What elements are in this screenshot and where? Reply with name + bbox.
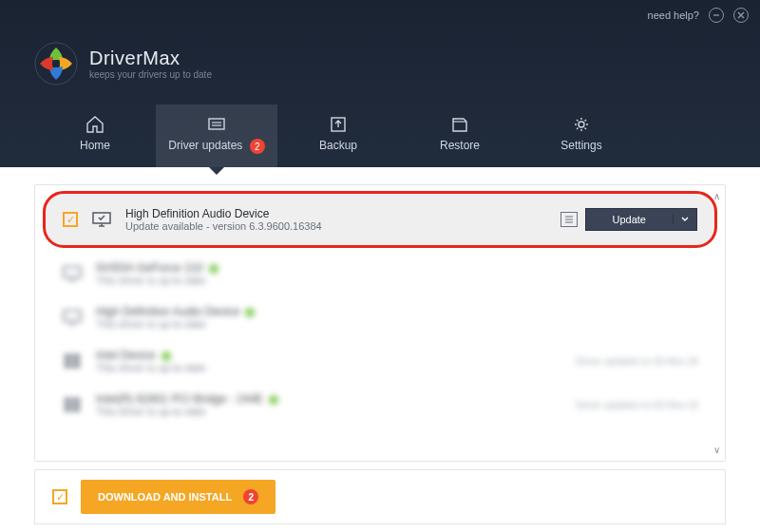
driver-title: Intel(R) 82801 PCI Bridge - 244E [96,392,263,406]
driver-title: NVIDIA GeForce 210 [96,261,203,275]
updates-icon [207,116,226,133]
driver-subtitle: This driver is up-to-date [96,275,698,286]
scroll-down-arrow[interactable]: ∨ [713,445,720,455]
backup-icon [329,116,348,133]
svg-rect-23 [73,398,80,404]
driver-title: High Definition Audio Device [96,305,239,318]
update-note: Driver updated on 03-Nov-16 [576,400,698,410]
tab-settings[interactable]: Settings [521,104,642,167]
svg-rect-22 [65,398,71,404]
install-badge: 2 [243,489,258,504]
svg-rect-21 [73,362,80,368]
help-link[interactable]: need help? [648,10,699,21]
close-icon [737,11,745,19]
scroll-up-arrow[interactable]: ∧ [713,191,720,201]
svg-rect-4 [209,119,224,129]
restore-icon [450,116,469,133]
driver-subtitle: This driver is up-to-date [96,318,698,330]
install-button-label: DOWNLOAD AND INSTALL [98,491,232,503]
nav-tabs: Home Driver updates 2 Backup Restore Set… [0,104,760,167]
tab-restore[interactable]: Restore [399,104,521,167]
update-note: Driver updated on 03-Nov-16 [576,356,698,367]
driver-list-panel: ✓ High Definition Audio Device Update av… [34,184,726,462]
svg-rect-18 [65,354,71,360]
monitor-icon [62,265,83,282]
driver-row[interactable]: Intel Device This driver is up-to-date D… [35,339,725,383]
header-area: need help? DriverMax keeps your drivers … [0,0,760,167]
tab-driver-updates[interactable]: Driver updates 2 [156,104,277,167]
svg-rect-16 [64,311,81,321]
app-name: DriverMax [89,48,212,69]
svg-rect-14 [64,267,81,277]
home-icon [86,116,104,133]
settings-icon [572,116,591,133]
svg-rect-25 [73,406,80,411]
status-ok-dot [162,352,171,361]
tab-label: Settings [560,139,601,152]
monitor-icon [62,309,83,326]
scrollbar[interactable]: ∧ ∨ [710,191,723,455]
driver-row[interactable]: Intel(R) 82801 PCI Bridge - 244E This dr… [35,383,725,427]
status-ok-dot [209,264,218,274]
minimize-button[interactable] [709,8,724,23]
tab-label: Driver updates [168,139,242,152]
titlebar: need help? [0,0,760,30]
driver-row-highlighted[interactable]: ✓ High Definition Audio Device Update av… [43,191,717,248]
copyright-bar: © 2017 DriverMax PRO version 9.17 f g⁺ [0,524,760,532]
app-logo [34,42,78,86]
minimize-icon [712,11,720,19]
tab-label: Restore [440,139,480,152]
checkbox-checked[interactable]: ✓ [63,212,78,227]
update-dropdown-caret[interactable] [673,215,696,224]
tab-backup[interactable]: Backup [277,104,399,167]
update-button[interactable]: Update [585,208,697,231]
tab-label: Home [80,139,110,152]
logo-icon [34,42,78,86]
status-ok-dot [245,308,255,317]
chevron-down-icon [681,217,689,222]
driver-subtitle: This driver is up-to-date [96,406,562,417]
info-icon[interactable] [560,212,578,227]
footer-bar: ✓ DOWNLOAD AND INSTALL 2 [34,469,726,524]
brand-block: DriverMax keeps your drivers up to date [0,30,760,104]
svg-rect-20 [65,362,71,368]
monitor-icon [91,211,112,228]
close-button[interactable] [733,8,749,23]
updates-badge: 2 [250,139,265,154]
svg-rect-19 [73,354,80,360]
scroll-area: ✓ High Definition Audio Device Update av… [35,185,725,461]
tab-home[interactable]: Home [34,104,156,167]
status-ok-dot [269,395,278,405]
driver-subtitle: Update available - version 6.3.9600.1638… [125,220,547,232]
driver-title: Intel Device [96,349,156,362]
svg-rect-24 [65,406,71,411]
windows-icon [62,396,83,413]
driver-row[interactable]: NVIDIA GeForce 210 This driver is up-to-… [35,252,725,295]
app-tagline: keeps your drivers up to date [89,69,212,80]
driver-subtitle: This driver is up-to-date [96,362,562,373]
tab-label: Backup [319,139,357,152]
driver-row[interactable]: High Definition Audio Device This driver… [35,295,725,339]
windows-icon [62,352,83,370]
svg-point-9 [579,122,584,127]
download-install-button[interactable]: DOWNLOAD AND INSTALL 2 [81,480,276,514]
update-button-label: Update [586,214,673,225]
select-all-checkbox[interactable]: ✓ [52,489,67,504]
driver-title: High Definition Audio Device [125,207,547,220]
